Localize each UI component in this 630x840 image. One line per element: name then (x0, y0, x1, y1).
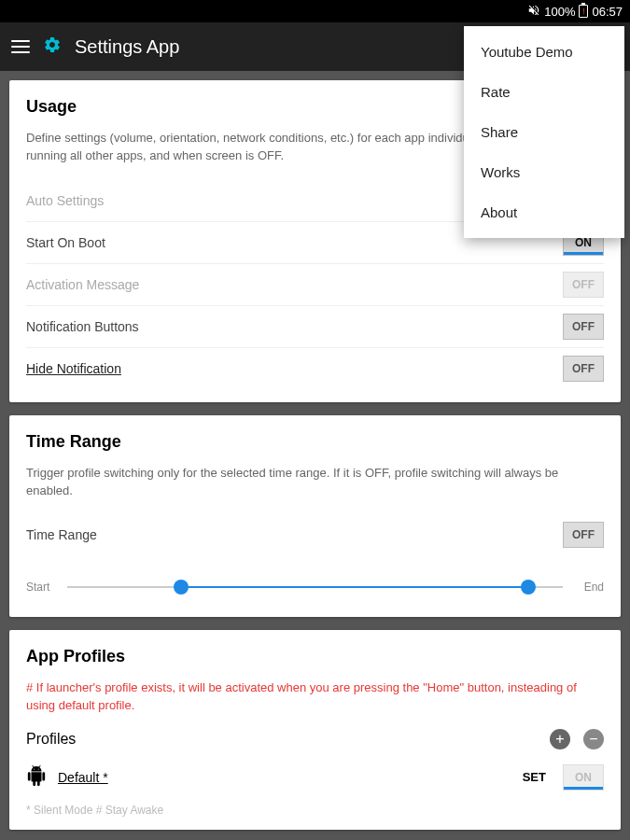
slider-thumb-end[interactable] (521, 580, 536, 595)
time-range-card: Time Range Trigger profile switching onl… (9, 415, 621, 618)
battery-icon: ! (579, 5, 588, 18)
mute-icon (527, 4, 540, 20)
notification-buttons-toggle[interactable]: OFF (563, 314, 604, 340)
menu-item-works[interactable]: Works (464, 152, 624, 192)
battery-percent: 100% (544, 5, 575, 19)
add-profile-button[interactable]: + (550, 729, 570, 749)
status-bar: 100% ! 06:57 (0, 0, 630, 22)
activation-message-label: Activation Message (26, 277, 139, 292)
slider-end-label: End (572, 581, 604, 594)
menu-item-rate[interactable]: Rate (464, 72, 624, 112)
app-profiles-note: # If launcher's profile exists, it will … (26, 679, 604, 713)
time-range-label: Time Range (26, 527, 97, 542)
notification-buttons-row: Notification Buttons OFF (26, 306, 604, 347)
menu-item-youtube-demo[interactable]: Youtube Demo (464, 32, 624, 72)
slider-thumb-start[interactable] (174, 580, 189, 595)
time-range-row: Time Range OFF (26, 514, 604, 555)
menu-icon[interactable] (11, 40, 30, 53)
set-profile-button[interactable]: SET (517, 766, 552, 788)
app-profiles-title: App Profiles (26, 647, 604, 666)
time-range-title: Time Range (26, 432, 604, 452)
hide-notification-toggle[interactable]: OFF (563, 356, 604, 382)
overflow-menu: Youtube Demo Rate Share Works About (464, 26, 624, 238)
menu-item-about[interactable]: About (464, 192, 624, 232)
profile-flags: * Silent Mode # Stay Awake (26, 804, 604, 817)
profiles-header-row: Profiles + − (26, 729, 604, 749)
profiles-header: Profiles (26, 731, 76, 748)
auto-settings-label: Auto Settings (26, 193, 104, 208)
clock: 06:57 (592, 5, 623, 19)
remove-profile-button[interactable]: − (583, 729, 604, 749)
notification-buttons-label: Notification Buttons (26, 319, 139, 334)
app-profiles-card: App Profiles # If launcher's profile exi… (9, 630, 621, 829)
menu-item-share[interactable]: Share (464, 112, 624, 152)
time-range-slider: Start End (26, 576, 604, 598)
android-icon (26, 765, 47, 790)
hide-notification-label[interactable]: Hide Notification (26, 361, 121, 376)
time-range-toggle[interactable]: OFF (563, 522, 604, 548)
activation-message-row: Activation Message OFF (26, 264, 604, 305)
hide-notification-row: Hide Notification OFF (26, 348, 604, 389)
default-profile-name[interactable]: Default * (58, 770, 506, 785)
slider-start-label: Start (26, 581, 58, 594)
time-range-description: Trigger profile switching only for the s… (26, 465, 604, 500)
slider-track[interactable] (67, 576, 563, 598)
gear-icon (43, 35, 62, 58)
start-on-boot-label: Start On Boot (26, 235, 105, 250)
activation-message-toggle[interactable]: OFF (563, 272, 604, 298)
default-profile-toggle[interactable]: ON (563, 764, 604, 791)
app-title: Settings App (75, 36, 179, 58)
default-profile-row: Default * SET ON (26, 764, 604, 791)
